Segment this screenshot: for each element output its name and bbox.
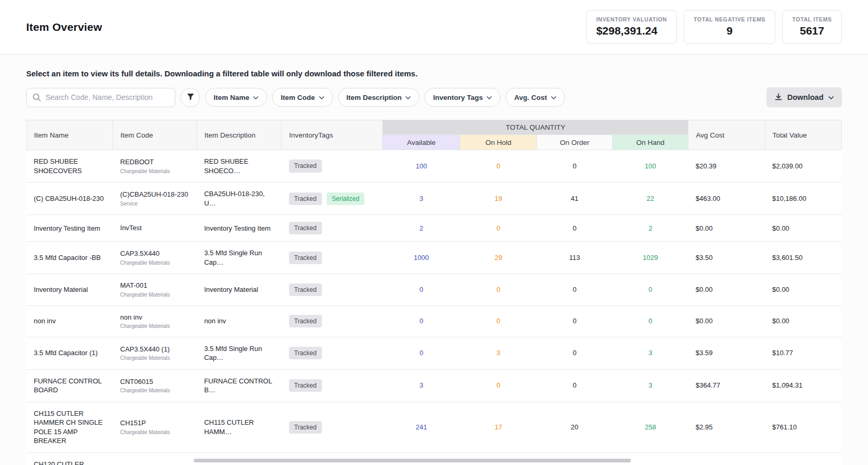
total-value-cell: $3,601.50	[765, 242, 841, 274]
tag-tracked: Tracked	[289, 379, 322, 392]
table-row[interactable]: 3.5 Mfd Capacitor (1) CAP3.5X440 (1) Cha…	[27, 337, 842, 369]
table-row[interactable]: FURNACE CONTROL BOARD CNT06015 Chargeabl…	[27, 369, 842, 402]
table-row[interactable]: 3.5 Mfd Capacitor -BB CAP3.5X440 Chargea…	[27, 242, 842, 274]
column-header-avg-cost: Avg Cost	[688, 120, 765, 150]
item-code-cell: InvTest	[113, 215, 197, 242]
on-hold-cell: 0	[460, 274, 537, 305]
item-code-cell: CAP3.5X440 Chargeable Materials	[113, 242, 197, 274]
search-wrap	[26, 88, 175, 107]
total-value-cell: $0.00	[765, 274, 841, 305]
column-header-item-name: Item Name	[27, 120, 113, 150]
stat-label: TOTAL ITEMS	[792, 16, 832, 22]
tags-wrap: Tracked	[289, 315, 375, 327]
avg-cost-cell: $3.96	[688, 452, 765, 465]
table-header: Item Name Item Code Item Description Inv…	[27, 120, 842, 150]
on-hold-cell: 3	[460, 337, 537, 369]
table-row[interactable]: Inventory Material MAT-001 Chargeable Ma…	[27, 274, 842, 305]
download-button[interactable]: Download	[766, 87, 842, 107]
item-name-cell: FURNACE CONTROL BOARD	[27, 369, 113, 402]
filter-funnel-button[interactable]	[181, 88, 200, 107]
on-order-cell: 0	[537, 369, 613, 402]
item-code-type: Service	[120, 200, 190, 208]
item-code-type: Chargeable Materials	[120, 259, 190, 267]
avg-cost-cell: $463.00	[688, 183, 765, 215]
chevron-down-icon	[319, 94, 325, 101]
toolbar: Item Name Item Code Item Description Inv…	[26, 87, 842, 107]
item-code-cell: CNT06015 Chargeable Materials	[113, 369, 197, 402]
on-hold-cell: 0	[460, 150, 537, 183]
on-hand-cell: 3	[613, 337, 688, 369]
tags-wrap: Tracked	[289, 252, 375, 264]
avg-cost-cell: $0.00	[688, 215, 765, 242]
item-code-type: Chargeable Materials	[120, 355, 190, 362]
table-row[interactable]: Inventory Testing Item InvTest Inventory…	[27, 215, 842, 242]
inventory-tags-cell: Tracked	[282, 215, 383, 242]
item-description-cell: CH115 CUTLER HAMM…	[197, 402, 282, 452]
item-code-cell: REDBOOT Chargeable Materials	[113, 150, 197, 183]
on-hold-cell: 0	[460, 215, 537, 242]
inventory-tags-cell: Tracked	[282, 402, 383, 452]
item-name-cell: RED SHUBEE SHOECOVERS	[27, 150, 113, 183]
stats-cards: INVENTORY VALUATION $298,391.24 TOTAL NE…	[586, 10, 842, 44]
filter-chip-item-description[interactable]: Item Description	[338, 88, 420, 107]
available-cell: 100	[383, 150, 460, 183]
total-value-cell: $761.10	[765, 402, 841, 452]
column-header-total-value: Total Value	[765, 120, 841, 150]
search-input[interactable]	[26, 88, 175, 107]
table-row[interactable]: (C) CBA25UH-018-230 (C)CBA25UH-018-230 S…	[27, 183, 842, 215]
filter-chip-item-code[interactable]: Item Code	[272, 88, 332, 107]
item-code-text: CAP3.5X440	[120, 249, 190, 258]
avg-cost-cell: $3.50	[688, 242, 765, 274]
on-hand-cell: 100	[613, 150, 688, 183]
tag-tracked: Tracked	[289, 222, 322, 234]
total-value-cell: $0.00	[765, 215, 841, 242]
tag-serialized: Serialized	[327, 192, 365, 205]
on-hand-cell: 258	[613, 402, 688, 452]
tags-wrap: Tracked	[289, 283, 375, 296]
item-description-cell: Inventory Material	[197, 274, 282, 305]
filter-chip-label: Item Description	[347, 94, 402, 101]
available-cell: 1000	[383, 242, 460, 274]
inventory-tags-cell: Tracked	[282, 305, 383, 337]
tag-tracked: Tracked	[289, 347, 322, 359]
on-order-cell: 0	[537, 274, 613, 305]
filter-chip-item-name[interactable]: Item Name	[205, 88, 267, 107]
on-hand-cell: 1029	[613, 242, 688, 274]
filter-chip-inventory-tags[interactable]: Inventory Tags	[425, 88, 500, 107]
tag-tracked: Tracked	[289, 192, 322, 205]
item-name-cell: non inv	[27, 305, 113, 337]
item-name-cell: Inventory Material	[27, 274, 113, 305]
item-code-text: InvTest	[120, 223, 190, 233]
tag-tracked: Tracked	[289, 421, 322, 434]
inventory-tags-cell: Tracked	[282, 150, 383, 183]
inventory-tags-cell: Tracked	[282, 242, 383, 274]
item-code-type: Chargeable Materials	[120, 168, 190, 175]
item-code-type: Chargeable Materials	[120, 429, 190, 436]
total-value-cell: $1,094.31	[765, 369, 841, 402]
table-row[interactable]: non inv non inv Chargeable Materials non…	[27, 305, 842, 337]
on-order-cell: 113	[537, 242, 613, 274]
item-description-cell: CBA25UH-018-230, U…	[197, 183, 282, 215]
avg-cost-cell: $3.59	[688, 337, 765, 369]
stat-value: 9	[694, 25, 765, 37]
total-value-cell: $10,186.00	[765, 183, 841, 215]
filter-chip-avg-cost[interactable]: Avg. Cost	[506, 88, 565, 107]
search-icon	[32, 93, 41, 104]
chevron-down-icon	[253, 94, 259, 101]
table-row[interactable]: RED SHUBEE SHOECOVERS REDBOOT Chargeable…	[27, 150, 842, 183]
instruction-text: Select an item to view its full details.…	[26, 69, 842, 78]
item-code-cell: CH151P Chargeable Materials	[113, 402, 197, 452]
item-code-type: Chargeable Materials	[120, 387, 190, 394]
tags-wrap: Tracked	[289, 421, 375, 434]
column-header-on-hold: On Hold	[460, 135, 537, 150]
item-code-type: Chargeable Materials	[120, 323, 190, 330]
stat-value: $298,391.24	[596, 25, 667, 37]
horizontal-scrollbar[interactable]	[194, 459, 631, 462]
chevron-down-icon	[551, 94, 557, 101]
stat-label: INVENTORY VALUATION	[596, 16, 667, 22]
on-hold-cell: 17	[460, 402, 537, 452]
tag-tracked: Tracked	[289, 160, 322, 172]
table-row[interactable]: CH115 CUTLER HAMMER CH SINGLE POLE 15 AM…	[27, 402, 842, 452]
available-cell: 0	[383, 337, 460, 369]
item-name-cell: Inventory Testing Item	[27, 215, 113, 242]
